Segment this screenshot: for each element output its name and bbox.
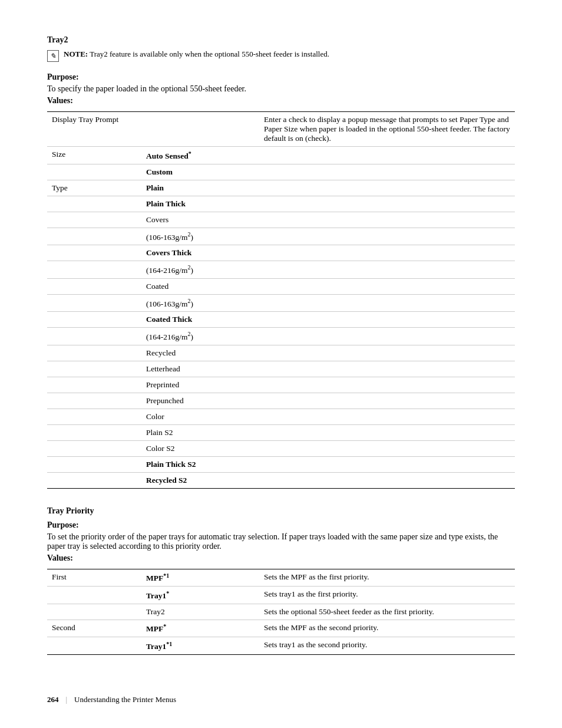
table-cell-value: Coated Thick <box>141 312 259 328</box>
table-cell-desc <box>259 424 515 440</box>
purpose-label: Purpose: <box>47 73 515 82</box>
table-cell-value: (164-216g/m2) <box>141 328 259 345</box>
table-cell-value: Covers Thick <box>141 245 259 261</box>
table-row: Letterhead <box>47 361 515 377</box>
table-cell-desc <box>259 312 515 328</box>
table-row: Preprinted <box>47 377 515 393</box>
table-cell-desc <box>259 164 515 180</box>
table-cell-label <box>47 440 141 456</box>
table-cell-label <box>47 393 141 409</box>
table-cell-desc <box>259 294 515 312</box>
table-cell-value: Recycled <box>141 345 259 361</box>
table-cell-label: First <box>47 569 141 587</box>
table-row: Tray1*1Sets tray1 as the second priority… <box>47 637 515 655</box>
table-cell-label: Second <box>47 620 141 637</box>
table-cell-label <box>47 409 141 424</box>
table-cell-label <box>47 472 141 488</box>
table-row: TypePlain <box>47 180 515 196</box>
table-row: Color S2 <box>47 440 515 456</box>
table-row: Recycled <box>47 345 515 361</box>
table-cell-value: Covers <box>141 212 259 228</box>
table-cell-desc <box>259 261 515 279</box>
table-cell-value: Plain Thick <box>141 196 259 212</box>
table-cell-desc: Enter a check to display a popup message… <box>259 112 515 147</box>
note-label: NOTE: <box>64 50 88 58</box>
table-cell-value: Auto Sensed* <box>141 147 259 164</box>
table-cell-value: (106-163g/m2) <box>141 294 259 312</box>
tray-priority-purpose-label: Purpose: <box>47 521 515 530</box>
table-cell-label <box>47 587 141 604</box>
table-row: Coated <box>47 278 515 294</box>
table-cell-label <box>47 164 141 180</box>
table-cell-desc <box>259 361 515 377</box>
table-cell-desc: Sets the MPF as the second priority. <box>259 620 515 637</box>
table-row: (164-216g/m2) <box>47 261 515 279</box>
table-cell-desc <box>259 196 515 212</box>
footer-separator: | <box>66 695 68 704</box>
table-cell-desc <box>259 456 515 472</box>
table-row: Tray1*Sets tray1 as the first priority. <box>47 587 515 604</box>
table-cell-label <box>47 196 141 212</box>
table-row: Display Tray PromptEnter a check to disp… <box>47 112 515 147</box>
tray-priority-purpose-text: To set the priority order of the paper t… <box>47 532 515 551</box>
table-cell-desc <box>259 409 515 424</box>
note-icon: ✎ <box>47 50 59 62</box>
page-number: 264 <box>47 695 59 704</box>
table-cell-desc <box>259 345 515 361</box>
table-row: Tray2Sets the optional 550-sheet feeder … <box>47 604 515 620</box>
table-row: Covers <box>47 212 515 228</box>
table-cell-desc: Sets tray1 as the second priority. <box>259 637 515 655</box>
table-cell-label <box>47 245 141 261</box>
table-cell-desc: Sets the optional 550-sheet feeder as th… <box>259 604 515 620</box>
table-cell-value: Color S2 <box>141 440 259 456</box>
table-cell-label <box>47 312 141 328</box>
table-cell-desc <box>259 245 515 261</box>
table-row: Prepunched <box>47 393 515 409</box>
table-row: Recycled S2 <box>47 472 515 488</box>
table-cell-value: Plain S2 <box>141 424 259 440</box>
table-row: Covers Thick <box>47 245 515 261</box>
table-cell-desc <box>259 147 515 164</box>
table-cell-value: Tray2 <box>141 604 259 620</box>
table-row: Custom <box>47 164 515 180</box>
tray2-table: Display Tray PromptEnter a check to disp… <box>47 111 515 489</box>
table-cell-label: Display Tray Prompt <box>47 112 141 147</box>
table-cell-desc: Sets tray1 as the first priority. <box>259 587 515 604</box>
table-cell-value: Coated <box>141 278 259 294</box>
table-cell-value: Plain Thick S2 <box>141 456 259 472</box>
table-cell-label <box>47 604 141 620</box>
table-cell-value: Prepunched <box>141 393 259 409</box>
table-cell-value: Color <box>141 409 259 424</box>
table-cell-desc <box>259 440 515 456</box>
table-cell-label <box>47 294 141 312</box>
table-cell-label <box>47 328 141 345</box>
table-cell-label <box>47 228 141 245</box>
table-row: FirstMPF*1Sets the MPF as the first prio… <box>47 569 515 587</box>
table-cell-desc <box>259 328 515 345</box>
footer-text: Understanding the Printer Menus <box>74 695 176 704</box>
page-footer: 264 | Understanding the Printer Menus <box>47 695 515 704</box>
table-row: Plain S2 <box>47 424 515 440</box>
table-row: Coated Thick <box>47 312 515 328</box>
table-cell-label <box>47 261 141 279</box>
table-cell-label <box>47 377 141 393</box>
table-cell-value: Tray1*1 <box>141 637 259 655</box>
table-row: SecondMPF*Sets the MPF as the second pri… <box>47 620 515 637</box>
table-cell-label <box>47 345 141 361</box>
table-cell-value: (106-163g/m2) <box>141 228 259 245</box>
table-cell-label <box>47 424 141 440</box>
table-cell-label <box>47 637 141 655</box>
tray-priority-title: Tray Priority <box>47 506 515 516</box>
table-row: Plain Thick <box>47 196 515 212</box>
table-row: Color <box>47 409 515 424</box>
table-cell-value: Recycled S2 <box>141 472 259 488</box>
table-cell-value: MPF*1 <box>141 569 259 587</box>
table-cell-value: Tray1* <box>141 587 259 604</box>
table-row: (106-163g/m2) <box>47 294 515 312</box>
tray-priority-table: FirstMPF*1Sets the MPF as the first prio… <box>47 569 515 655</box>
tray-priority-values-label: Values: <box>47 554 515 563</box>
table-cell-value: MPF* <box>141 620 259 637</box>
table-cell-label <box>47 212 141 228</box>
values-label: Values: <box>47 96 515 106</box>
note-box: ✎ NOTE: Tray2 feature is available only … <box>47 50 515 62</box>
